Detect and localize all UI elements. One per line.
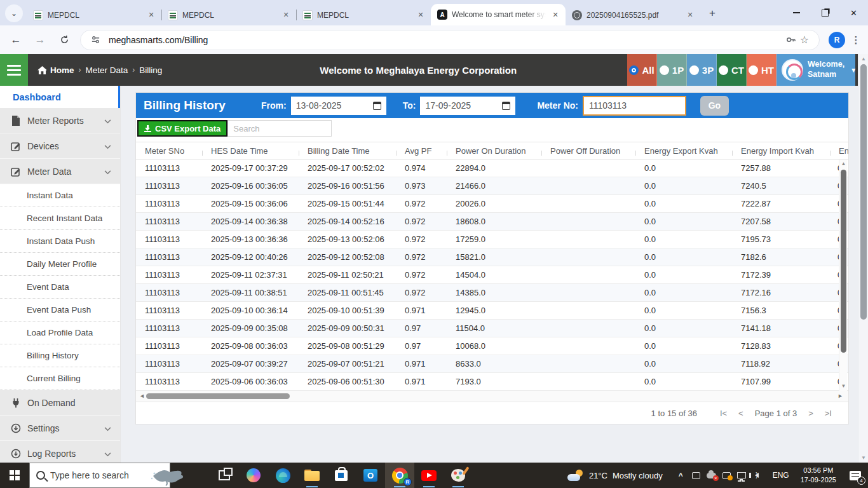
table-horizontal-scrollbar[interactable]: ◄ ► — [136, 391, 848, 402]
sidebar-subitem-recent-instant-data[interactable]: Recent Instant Data — [0, 207, 120, 230]
from-date-input[interactable]: 13-08-2025 — [291, 97, 386, 115]
tab-close-icon[interactable]: ✕ — [146, 10, 156, 20]
table-vertical-scrollbar[interactable]: ▲ ▼ — [839, 159, 847, 391]
csv-export-button[interactable]: CSV Export Data — [137, 120, 227, 137]
taskbar-search-input[interactable] — [50, 470, 133, 480]
browser-scrollbar-thumb[interactable] — [860, 64, 867, 320]
tab-close-icon[interactable]: ✕ — [685, 10, 695, 20]
scroll-left-arrow-icon[interactable]: ◄ — [139, 393, 145, 399]
table-row[interactable]: 111031132025-09-13 00:36:362025-09-13 00… — [136, 231, 848, 248]
browser-tab[interactable]: MEPDCL✕ — [161, 4, 296, 25]
scroll-right-arrow-icon[interactable]: ► — [837, 393, 843, 399]
sidebar-item-log-reports[interactable]: Log Reports — [0, 441, 120, 463]
table-row[interactable]: 111031132025-09-10 00:36:142025-09-10 00… — [136, 302, 848, 320]
radio-button-icon[interactable] — [689, 65, 699, 75]
sidebar-subitem-instant-data[interactable]: Instant Data — [0, 184, 120, 207]
table-row[interactable]: 111031132025-09-15 00:36:062025-09-15 00… — [136, 195, 848, 213]
sidebar-item-dashboard[interactable]: Dashboard — [0, 86, 120, 108]
browser-tab[interactable]: MEPDCL✕ — [296, 4, 431, 25]
breadcrumb-billing-link[interactable]: Billing — [139, 65, 162, 75]
phase-filter-ht[interactable]: HT — [747, 54, 776, 86]
sidebar-item-meter-reports[interactable]: Meter Reports — [0, 108, 120, 133]
table-row[interactable]: 111031132025-09-14 00:36:382025-09-14 00… — [136, 213, 848, 231]
sync-status-icon[interactable] — [721, 470, 732, 481]
table-row[interactable]: 111031132025-09-12 00:40:262025-09-12 00… — [136, 248, 848, 266]
hamburger-menu-button[interactable] — [0, 54, 28, 86]
paint-button[interactable] — [444, 463, 473, 488]
phase-filter-3p[interactable]: 3P — [687, 54, 717, 86]
table-row[interactable]: 111031132025-09-08 00:36:032025-09-08 00… — [136, 337, 848, 355]
sidebar-subitem-daily-meter-profile[interactable]: Daily Meter Profile — [0, 253, 120, 276]
table-row[interactable]: 111031132025-09-16 00:36:052025-09-16 00… — [136, 177, 848, 195]
search-highlight-stingray-image[interactable] — [147, 466, 187, 486]
sidebar-subitem-load-profile-data[interactable]: Load Profile Data — [0, 322, 120, 344]
sidebar-subitem-instant-data-push[interactable]: Instant Data Push — [0, 230, 120, 253]
radio-button-icon[interactable] — [629, 65, 639, 75]
breadcrumb-meter-data-link[interactable]: Meter Data — [86, 65, 128, 75]
edge-button[interactable] — [268, 463, 297, 488]
to-date-input[interactable]: 17-09-2025 — [420, 97, 515, 115]
back-button[interactable]: ← — [6, 30, 26, 50]
outlook-button[interactable]: O — [356, 463, 385, 488]
radio-button-icon[interactable] — [749, 65, 758, 75]
meter-no-input[interactable] — [583, 96, 686, 116]
tab-close-icon[interactable]: ✕ — [416, 10, 426, 20]
tab-close-icon[interactable]: ✕ — [281, 10, 291, 20]
last-page-button[interactable]: >I — [825, 409, 832, 418]
notification-center-button[interactable]: 4 — [843, 463, 868, 488]
onedrive-paused-icon[interactable] — [706, 470, 717, 481]
previous-page-button[interactable]: < — [738, 409, 743, 418]
window-close-button[interactable]: ✕ — [839, 0, 868, 25]
calendar-icon[interactable] — [373, 102, 381, 110]
radio-button-icon[interactable] — [660, 65, 669, 75]
tab-search-icon[interactable]: ⌄ — [5, 4, 23, 22]
phase-filter-all[interactable]: All — [627, 54, 657, 86]
browser-menu-icon[interactable]: ⋮ — [848, 34, 864, 46]
sidebar-subitem-event-data-push[interactable]: Event Data Push — [0, 299, 120, 322]
tray-expand-chevron-icon[interactable]: ^ — [675, 471, 686, 482]
table-row[interactable]: 111031132025-09-09 00:35:082025-09-09 00… — [136, 320, 848, 337]
table-search-input[interactable] — [227, 120, 332, 137]
sidebar-item-settings[interactable]: Settings — [0, 416, 120, 441]
sidebar-item-devices[interactable]: Devices — [0, 133, 120, 159]
user-menu[interactable]: Welcome, Satnam ▼ — [776, 54, 855, 86]
reload-button[interactable] — [54, 30, 74, 50]
youtube-button[interactable] — [414, 463, 444, 488]
sidebar-subitem-billing-history[interactable]: Billing History — [0, 344, 120, 367]
sidebar-item-on-demand[interactable]: On Demand — [0, 390, 120, 416]
radio-button-icon[interactable] — [719, 65, 728, 75]
table-row[interactable]: 111031132025-09-17 00:37:292025-09-17 00… — [136, 159, 848, 177]
table-row[interactable]: 111031132025-09-06 00:36:032025-09-06 00… — [136, 373, 848, 391]
url-bar[interactable]: meghasmarts.com/Billing ☆ — [80, 30, 820, 50]
microsoft-store-button[interactable] — [327, 463, 356, 488]
start-button[interactable] — [0, 463, 29, 488]
volume-icon[interactable] — [752, 470, 763, 481]
sidebar-subitem-event-data[interactable]: Event Data — [0, 276, 120, 299]
tab-close-icon[interactable]: ✕ — [550, 10, 560, 20]
next-page-button[interactable]: > — [808, 409, 813, 418]
chrome-button[interactable]: R — [385, 463, 414, 488]
task-view-button[interactable] — [210, 463, 239, 488]
taskbar-clock[interactable]: 03:56 PM 17-09-2025 — [794, 466, 843, 485]
forward-button[interactable]: → — [30, 30, 50, 50]
password-key-icon[interactable] — [783, 33, 797, 47]
weather-widget[interactable]: 21°C Mostly cloudy — [560, 470, 670, 481]
browser-tab[interactable]: 20250904165525.pdf✕ — [566, 4, 700, 25]
go-button[interactable]: Go — [700, 96, 729, 116]
profile-avatar[interactable]: R — [829, 32, 845, 48]
file-explorer-button[interactable] — [297, 463, 327, 488]
language-indicator[interactable]: ENG — [768, 471, 794, 480]
scroll-up-arrow-icon[interactable]: ▲ — [841, 161, 846, 167]
meet-now-icon[interactable] — [691, 470, 702, 481]
scroll-down-arrow-icon[interactable]: ▼ — [841, 383, 846, 390]
network-icon[interactable] — [736, 470, 747, 481]
breadcrumb-home-link[interactable]: Home — [37, 65, 74, 75]
scroll-down-arrow-icon[interactable]: ▼ — [858, 455, 868, 461]
phase-filter-ct[interactable]: CT — [717, 54, 747, 86]
browser-scrollbar[interactable]: ▲ ▼ — [858, 54, 868, 463]
calendar-icon[interactable] — [502, 102, 510, 110]
scroll-up-arrow-icon[interactable]: ▲ — [858, 56, 868, 62]
horizontal-scrollbar-thumb[interactable] — [146, 393, 290, 399]
table-row[interactable]: 111031132025-09-07 00:39:272025-09-07 00… — [136, 355, 848, 373]
url-text[interactable]: meghasmarts.com/Billing — [109, 35, 783, 45]
